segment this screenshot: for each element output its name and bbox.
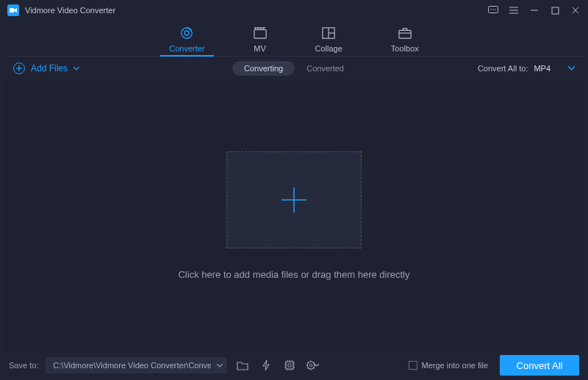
settings-button[interactable] — [305, 357, 321, 373]
convert-all-button[interactable]: Convert All — [500, 355, 579, 376]
collage-icon — [322, 26, 335, 40]
svg-point-13 — [184, 31, 189, 35]
merge-checkbox[interactable]: Merge into one file — [409, 361, 489, 370]
save-to-label: Save to: — [9, 361, 38, 370]
svg-rect-9 — [552, 7, 559, 14]
sub-tabs: Converting Converted — [232, 61, 356, 76]
save-path-select[interactable]: C:\Vidmore\Vidmore Video Converter\Conve… — [46, 357, 227, 373]
maximize-button[interactable] — [550, 5, 560, 15]
close-button[interactable] — [570, 5, 581, 15]
toolbar: Add Files Converting Converted Convert A… — [0, 57, 588, 80]
svg-line-46 — [314, 368, 315, 369]
svg-point-2 — [490, 9, 491, 10]
svg-line-45 — [308, 362, 309, 362]
minimize-button[interactable] — [529, 5, 539, 15]
convert-all-to-label: Convert All to: — [478, 64, 528, 73]
svg-point-3 — [492, 9, 493, 10]
feedback-icon[interactable] — [488, 5, 498, 15]
output-format-value: MP4 — [534, 64, 551, 73]
mv-icon — [254, 26, 267, 40]
tab-toolbox[interactable]: Toolbox — [385, 26, 425, 56]
svg-point-39 — [307, 362, 315, 369]
window-controls — [488, 5, 581, 15]
app-logo — [7, 4, 19, 16]
titlebar: Vidmore Video Converter — [0, 0, 588, 21]
tab-mv-label: MV — [254, 44, 266, 53]
svg-rect-25 — [286, 362, 293, 369]
chevron-down-icon[interactable] — [211, 357, 227, 373]
svg-line-48 — [314, 362, 315, 362]
tab-converter-label: Converter — [169, 44, 204, 53]
toolbox-icon — [398, 26, 412, 40]
subtab-converted[interactable]: Converted — [295, 61, 356, 76]
output-format-select[interactable]: MP4 — [534, 64, 575, 73]
svg-rect-14 — [254, 30, 265, 39]
menu-icon[interactable] — [509, 5, 519, 15]
hardware-accel-button[interactable] — [258, 357, 274, 373]
checkbox-icon — [409, 361, 417, 370]
save-path-value: C:\Vidmore\Vidmore Video Converter\Conve… — [46, 361, 211, 370]
svg-rect-26 — [288, 364, 291, 367]
tab-converter[interactable]: Converter — [163, 26, 210, 56]
svg-point-40 — [310, 364, 313, 367]
cpu-settings-button[interactable] — [282, 357, 298, 373]
subtab-converting[interactable]: Converting — [232, 61, 295, 76]
tab-mv[interactable]: MV — [248, 26, 273, 56]
tab-collage-label: Collage — [315, 44, 343, 53]
svg-rect-0 — [10, 8, 14, 12]
svg-line-47 — [308, 368, 309, 369]
svg-point-4 — [495, 9, 495, 10]
add-files-dropzone[interactable] — [226, 151, 362, 248]
chevron-down-icon — [568, 66, 575, 71]
open-folder-button[interactable] — [234, 357, 251, 373]
add-files-button[interactable]: Add Files — [13, 62, 79, 74]
plus-icon — [279, 184, 309, 215]
converter-icon — [180, 26, 193, 40]
add-files-label: Add Files — [31, 63, 68, 74]
dropzone-hint: Click here to add media files or drag th… — [178, 269, 409, 280]
plus-circle-icon — [13, 62, 25, 74]
merge-label: Merge into one file — [422, 361, 489, 370]
convert-all-to: Convert All to: MP4 — [478, 64, 575, 73]
svg-rect-19 — [399, 30, 411, 38]
main-area: Click here to add media files or drag th… — [4, 80, 584, 351]
tab-toolbox-label: Toolbox — [391, 44, 419, 53]
app-title: Vidmore Video Converter — [25, 6, 115, 15]
chevron-down-icon — [74, 67, 79, 71]
tab-collage[interactable]: Collage — [309, 26, 348, 56]
top-tabs: Converter MV Collage Toolbox — [0, 21, 588, 56]
bottom-bar: Save to: C:\Vidmore\Vidmore Video Conver… — [0, 351, 588, 380]
